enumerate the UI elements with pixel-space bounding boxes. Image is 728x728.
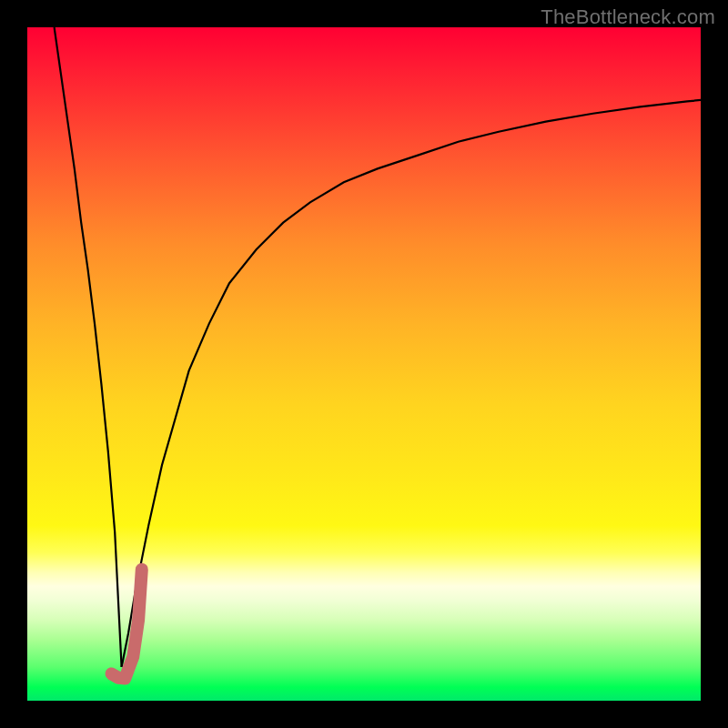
series-right-branch [122, 100, 701, 667]
chart-frame: TheBottleneck.com [0, 0, 728, 728]
plot-area [27, 27, 701, 701]
series-left-branch [55, 27, 122, 667]
curve-layer [27, 27, 701, 701]
watermark-text: TheBottleneck.com [541, 5, 715, 29]
series-highlight-stub [112, 570, 142, 679]
